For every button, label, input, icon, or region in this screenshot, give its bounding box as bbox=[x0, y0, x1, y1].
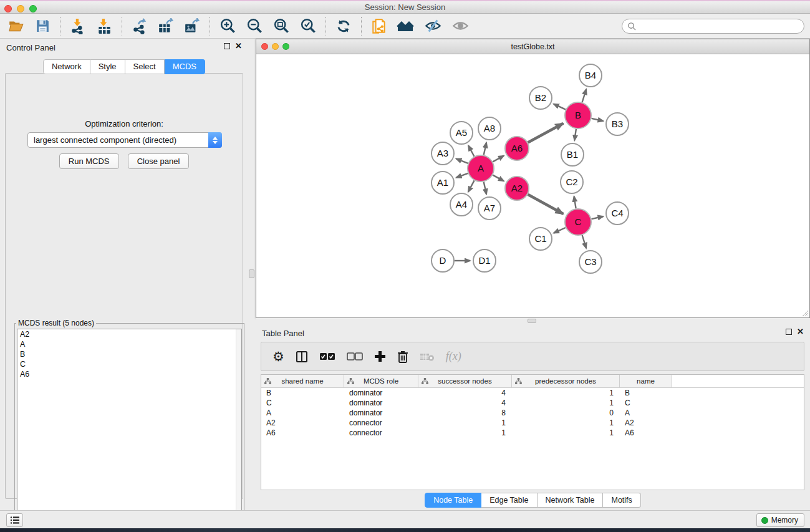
graph-edge-B-B2[interactable] bbox=[554, 104, 566, 110]
graph-edge-A-A3[interactable] bbox=[456, 158, 468, 163]
graph-node-C4[interactable]: C4 bbox=[606, 202, 629, 225]
window-titlebar[interactable]: Session: New Session bbox=[0, 0, 810, 14]
graph-edge-A2-C[interactable] bbox=[528, 195, 564, 214]
column-layout-icon[interactable] bbox=[296, 347, 308, 366]
optimization-criterion-select[interactable]: largest connected component (directed) bbox=[27, 132, 222, 148]
memory-button[interactable]: Memory bbox=[756, 513, 804, 527]
select-stepper-icon[interactable] bbox=[208, 132, 222, 148]
graph-edge-C-C1[interactable] bbox=[554, 228, 566, 233]
zoom-fit-icon[interactable] bbox=[272, 17, 290, 35]
graph-edge-B-B4[interactable] bbox=[582, 89, 587, 102]
mcds-result-item[interactable]: B bbox=[17, 349, 241, 359]
graph-node-B3[interactable]: B3 bbox=[606, 113, 629, 135]
hide-graphics-details-icon[interactable] bbox=[424, 17, 441, 35]
mcds-result-item[interactable]: A6 bbox=[17, 369, 241, 379]
show-graphics-details-icon[interactable] bbox=[451, 17, 469, 35]
tab-edge-table[interactable]: Edge Table bbox=[481, 493, 537, 508]
graph-node-B1[interactable]: B1 bbox=[561, 143, 584, 166]
table-row[interactable]: Adominator80A bbox=[261, 408, 804, 418]
tab-select[interactable]: Select bbox=[125, 59, 165, 74]
network-window-titlebar[interactable]: testGlobe.txt bbox=[256, 39, 809, 54]
graph-node-A6[interactable]: A6 bbox=[505, 137, 529, 160]
divider-handle[interactable] bbox=[528, 319, 536, 323]
tab-node-table[interactable]: Node Table bbox=[425, 493, 481, 508]
select-all-rows-icon[interactable] bbox=[319, 347, 335, 366]
graph-edge-A-A6[interactable] bbox=[493, 156, 504, 162]
table-row[interactable]: A6connector11A6 bbox=[261, 428, 804, 438]
graph-node-C1[interactable]: C1 bbox=[529, 228, 552, 250]
graph-node-C[interactable]: C bbox=[565, 209, 591, 235]
graph-edge-A-A1[interactable] bbox=[456, 173, 468, 178]
close-panel-button[interactable]: Close panel bbox=[128, 153, 190, 169]
column-header-predecessor-nodes[interactable]: predecessor nodes bbox=[512, 375, 620, 387]
panel-divider-horizontal[interactable] bbox=[256, 318, 810, 324]
save-session-icon[interactable] bbox=[34, 17, 51, 35]
graph-node-C2[interactable]: C2 bbox=[561, 171, 583, 193]
graph-edge-A-A2[interactable] bbox=[493, 175, 504, 181]
float-panel-icon[interactable] bbox=[786, 329, 792, 335]
mcds-result-list[interactable]: A2ABCA6 bbox=[17, 329, 242, 530]
export-table-icon[interactable] bbox=[157, 17, 175, 35]
search-field[interactable] bbox=[622, 19, 804, 34]
divider-handle[interactable] bbox=[249, 269, 254, 278]
graph-node-A8[interactable]: A8 bbox=[478, 117, 501, 140]
panel-divider-vertical[interactable] bbox=[248, 39, 256, 510]
add-column-icon[interactable] bbox=[374, 347, 386, 366]
graph-node-B[interactable]: B bbox=[565, 102, 591, 128]
graph-edge-B-B1[interactable] bbox=[574, 129, 576, 140]
graph-node-D1[interactable]: D1 bbox=[473, 249, 496, 272]
graph-edge-A6-B[interactable] bbox=[528, 123, 564, 143]
resize-grip-icon[interactable] bbox=[800, 308, 809, 317]
float-panel-icon[interactable] bbox=[224, 43, 230, 49]
zoom-out-icon[interactable] bbox=[246, 17, 263, 35]
table-settings-icon[interactable]: ⚙ bbox=[272, 347, 284, 366]
network-graph-canvas[interactable]: AA2A6BCA1A3A4A5A7A8B1B2B3B4C1C2C3C4DD1 bbox=[256, 54, 809, 317]
graph-edge-C-C3[interactable] bbox=[582, 235, 587, 248]
deselect-all-rows-icon[interactable] bbox=[347, 347, 363, 366]
import-table-icon[interactable] bbox=[95, 17, 113, 35]
tab-motifs[interactable]: Motifs bbox=[603, 493, 640, 508]
new-network-document-icon[interactable] bbox=[370, 17, 388, 35]
tab-mcds[interactable]: MCDS bbox=[165, 59, 205, 74]
zoom-in-icon[interactable] bbox=[219, 17, 236, 35]
graph-edge-A-A7[interactable] bbox=[484, 182, 486, 195]
close-panel-icon[interactable]: ✕ bbox=[235, 43, 242, 49]
delete-column-icon[interactable] bbox=[397, 347, 408, 366]
table-row[interactable]: Bdominator41B bbox=[261, 388, 804, 398]
column-header-shared-name[interactable]: shared name bbox=[261, 375, 344, 387]
column-header-successor-nodes[interactable]: successor nodes bbox=[418, 375, 512, 387]
open-session-icon[interactable] bbox=[7, 17, 25, 35]
graph-node-B4[interactable]: B4 bbox=[579, 64, 602, 87]
graph-edge-A-A5[interactable] bbox=[468, 145, 475, 157]
function-builder-icon[interactable]: f(x) bbox=[446, 347, 461, 366]
graph-edge-C-C2[interactable] bbox=[574, 196, 576, 209]
graph-node-A3[interactable]: A3 bbox=[432, 142, 454, 165]
graph-node-A2[interactable]: A2 bbox=[505, 177, 529, 200]
close-panel-icon[interactable]: ✕ bbox=[797, 329, 804, 335]
tab-network-table[interactable]: Network Table bbox=[538, 493, 604, 508]
graph-edge-A-A4[interactable] bbox=[468, 180, 475, 191]
graph-edge-A-A8[interactable] bbox=[484, 143, 486, 155]
scrollbar-track[interactable] bbox=[236, 329, 241, 529]
graph-node-A1[interactable]: A1 bbox=[432, 172, 454, 194]
import-network-icon[interactable] bbox=[69, 17, 87, 35]
graph-node-A[interactable]: A bbox=[468, 155, 494, 181]
column-header-mcds-role[interactable]: MCDS role bbox=[344, 375, 418, 387]
graph-node-A4[interactable]: A4 bbox=[450, 193, 473, 216]
graph-node-D[interactable]: D bbox=[432, 249, 454, 272]
search-input[interactable] bbox=[637, 20, 804, 32]
refresh-layout-icon[interactable] bbox=[335, 17, 352, 35]
table-row[interactable]: Cdominator41C bbox=[261, 398, 804, 408]
mcds-result-item[interactable]: C bbox=[17, 359, 241, 369]
graph-node-B2[interactable]: B2 bbox=[529, 87, 552, 109]
export-image-icon[interactable] bbox=[183, 17, 201, 35]
graph-node-A5[interactable]: A5 bbox=[450, 122, 473, 144]
tab-style[interactable]: Style bbox=[90, 59, 125, 74]
zoom-selected-icon[interactable] bbox=[299, 17, 317, 35]
graph-node-C3[interactable]: C3 bbox=[579, 251, 602, 273]
mcds-result-item[interactable]: A bbox=[17, 339, 241, 349]
export-network-icon[interactable] bbox=[131, 17, 148, 35]
table-row[interactable]: A2connector11A2 bbox=[261, 418, 804, 428]
home-panels-icon[interactable] bbox=[397, 17, 414, 35]
show-panel-menu-button[interactable] bbox=[6, 513, 23, 527]
